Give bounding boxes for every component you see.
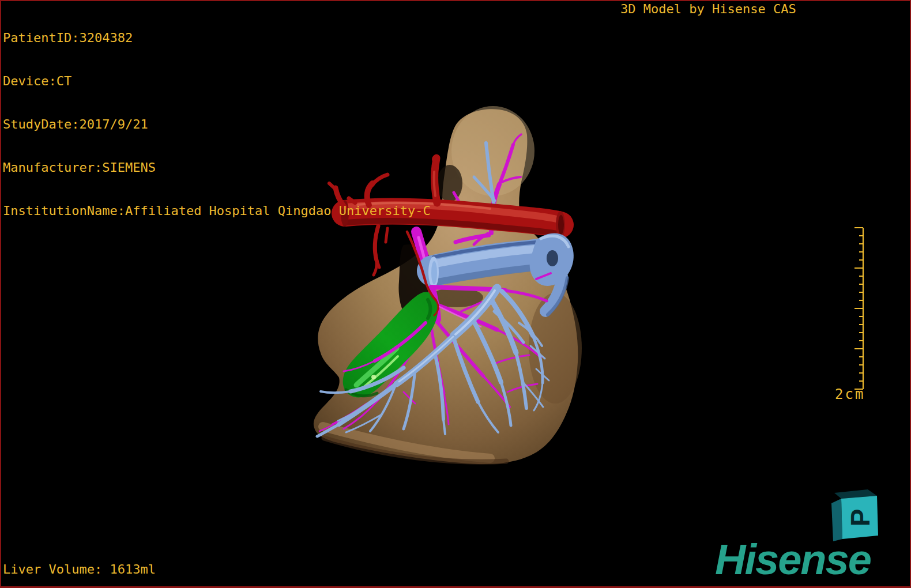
patient-id: PatientID:3204382 bbox=[3, 31, 431, 45]
scale-bar-label: 2cm bbox=[835, 387, 865, 402]
device: Device:CT bbox=[3, 74, 431, 88]
liver-volume-readout: Liver Volume: 1613ml bbox=[3, 562, 156, 576]
cube-posterior-label: P bbox=[845, 509, 875, 527]
orientation-cube[interactable]: P bbox=[831, 489, 878, 541]
viewer-title: 3D Model by Hisense CAS bbox=[620, 2, 796, 16]
patient-info: PatientID:3204382 Device:CT StudyDate:20… bbox=[3, 2, 431, 247]
scale-ruler bbox=[854, 228, 863, 389]
viewer-background: P PatientID:3204382 Device:CT StudyDate:… bbox=[0, 0, 911, 588]
study-date: StudyDate:2017/9/21 bbox=[3, 117, 431, 131]
hisense-logo: Hisense bbox=[715, 538, 871, 581]
manufacturer: Manufacturer:SIEMENS bbox=[3, 160, 431, 175]
institution-name: InstitutionName:Affiliated Hospital Qing… bbox=[3, 203, 431, 218]
